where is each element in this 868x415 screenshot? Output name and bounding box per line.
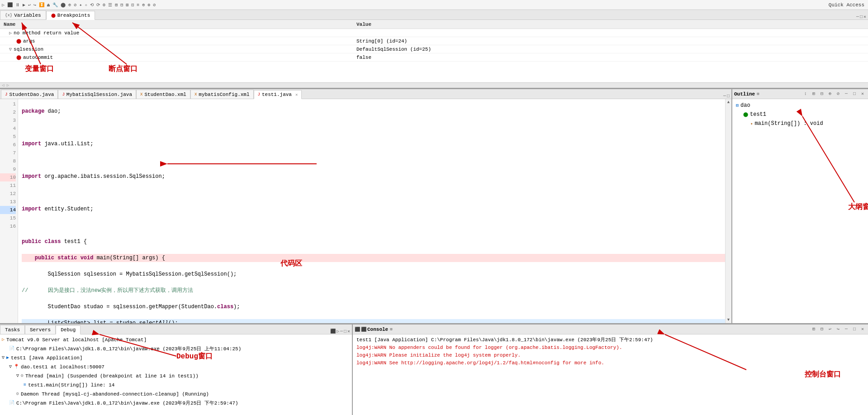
var-name-text: args [23,38,35,44]
debug-row-stack-frame[interactable]: ≡ test1.main(String[]) line: 14 [0,381,352,390]
line-num-1: 1 [0,100,16,108]
horizontal-scrollbar[interactable]: ◁ ▷ [0,82,868,88]
tab-label: MybatisSqlSession.java [66,92,132,97]
editor-minimize-icon[interactable]: ─ [723,94,726,99]
outline-btn-2[interactable]: ⊞ [810,91,817,98]
console-close[interactable]: ✕ [859,326,866,333]
tab-breakpoints[interactable]: ⬤ Breakpoints [46,11,95,20]
debug-row-tomcat[interactable]: ▷ Tomcat v9.0 Server at localhost [Apach… [0,335,352,344]
outline-toolbar: ↕ ⊞ ⊟ ⊕ ⊘ ─ □ ✕ [802,91,866,98]
debug-row-javaw-exe[interactable]: 📄 C:\Program Files\Java\jdk1.8.0_172\bin… [0,399,352,408]
debug-tab-bar: Tasks Servers Debug ⬛ ▷ ─ □ ✕ [0,324,352,334]
debug-row-dao-test1[interactable]: ▽ 📍 dao.test1 at localhost:50007 [0,363,352,372]
debug-row-label: test1 [Java Application] [11,354,82,362]
outline-title: Outline [734,91,755,97]
code-line-14: List<Student> list = studao.selectAll(); [22,319,725,323]
debug-content[interactable]: ▷ Tomcat v9.0 Server at localhost [Apach… [0,334,352,415]
editor-area: J StudentDao.java J MybatisSqlSession.ja… [0,89,868,324]
tab-studentdao-java[interactable]: J StudentDao.java [1,90,58,99]
xml-icon: X [194,92,197,97]
outline-content[interactable]: ⊞ dao ⬤ test1 ✦ main(String[]) : void [732,99,868,323]
java-icon: J [5,92,7,97]
outline-item-test1[interactable]: ⬤ test1 [734,110,866,119]
variables-breakpoints-panel: {x} Variables ⬤ Breakpoints ─ □ ✕ Name V… [0,10,868,89]
minimize-icon[interactable]: ─ [856,14,859,19]
outline-panel: Outline ⊞ ↕ ⊞ ⊟ ⊕ ⊘ ─ □ ✕ ⊞ dao [732,89,868,323]
close-tab-icon[interactable]: ✕ [295,92,298,97]
tab-variables[interactable]: {x} Variables [0,10,46,19]
debug-panel: Tasks Servers Debug ⬛ ▷ ─ □ ✕ ▷ [0,324,353,415]
console-btn-1[interactable]: ⊞ [810,326,817,333]
debug-row-daemon-thread[interactable]: ⚙ Daemon Thread [mysql-cj-abandoned-conn… [0,390,352,399]
bottom-area: Tasks Servers Debug ⬛ ▷ ─ □ ✕ ▷ [0,324,868,415]
console-btn-2[interactable]: ⊟ [818,326,825,333]
debug-maximize[interactable]: □ [344,329,346,334]
maximize-icon[interactable]: □ [860,14,863,19]
var-row-autocommit[interactable]: ⬤ autoCommit false [0,53,868,62]
variables-header: Name Value [0,20,868,29]
debug-toolbar-stop[interactable]: ⬛ [330,329,336,334]
editor-maximize-icon[interactable]: □ [727,94,730,99]
code-line-2 [22,124,725,132]
outline-maximize[interactable]: □ [851,91,858,98]
code-content[interactable]: package dao; import java.util.List; impo… [18,99,725,323]
debug-row-label: test1.main(String[]) line: 14 [28,381,114,389]
tab-debug[interactable]: Debug [56,325,81,334]
debug-row-label: Daemon Thread [mysql-cj-abandoned-connec… [21,390,209,398]
debug-close[interactable]: ✕ [347,329,350,334]
outline-btn-4[interactable]: ⊕ [826,91,834,98]
col-name-label: Name [0,22,353,27]
var-row-sqlsession[interactable]: ▽ sqlsession DefaultSqlSession (id=25) [0,45,868,53]
outline-btn-1[interactable]: ↕ [802,91,809,98]
code-line-12: // 因为是接口，没法new实例，所以用下述方式获取，调用方法 [22,286,725,295]
outline-method-icon: ✦ [750,121,753,126]
scroll-down-icon[interactable]: ▼ [727,318,730,322]
console-maximize[interactable]: □ [851,326,858,333]
java-icon: J [62,92,64,97]
debug-minimize[interactable]: ─ [340,329,343,334]
stop-icon2[interactable]: ⬛ [361,327,366,332]
var-row-no-method[interactable]: ▷ no method return value [0,29,868,37]
outline-item-main[interactable]: ✦ main(String[]) : void [734,119,866,128]
console-line-warn-2: log4j:WARN Please initialize the log4j s… [356,352,864,359]
debug-toolbar-btn[interactable]: ▷ [337,329,339,334]
code-area[interactable]: 1 2 3 4 5 6 7 8 9 10 11 12 13 14 15 16 [0,99,731,323]
scroll-up-icon[interactable]: ▲ [727,100,730,105]
outline-btn-5[interactable]: ⊘ [835,91,842,98]
console-btn-3[interactable]: ↩ [826,326,834,333]
variables-content[interactable]: ▷ no method return value ⬤ args String[0… [0,29,868,82]
console-content[interactable]: test1 [Java Application] C:\Program File… [353,334,868,415]
stop-icon[interactable]: ⬛ [355,327,360,332]
console-minimize[interactable]: ─ [843,326,850,333]
tab-tasks-label: Tasks [5,327,20,333]
tab-mybatisconfig-xml[interactable]: X mybatisConfig.xml [190,90,254,99]
tab-studentdao-xml[interactable]: X StudentDao.xml [136,90,190,99]
debug-row-test1-app[interactable]: ▽ ▶ test1 [Java Application] [0,353,352,363]
var-row-args[interactable]: ⬤ args String[0] (id=24) [0,37,868,45]
outline-item-dao[interactable]: ⊞ dao [734,101,866,110]
var-value-autocommit: false [353,55,868,60]
debug-row-label: C:\Program Files\Java\jdk1.8.0_172\bin\j… [16,345,241,353]
close-icon[interactable]: ✕ [863,14,866,19]
tab-servers[interactable]: Servers [25,325,56,334]
outline-header: Outline ⊞ ↕ ⊞ ⊟ ⊕ ⊘ ─ □ ✕ [732,89,868,99]
editor-panel: J StudentDao.java J MybatisSqlSession.ja… [0,89,732,323]
editor-scrollbar[interactable]: ▲ ▼ [725,99,731,323]
tab-test1-java[interactable]: J test1.java ✕ [254,90,302,99]
tab-label: mybatisConfig.xml [199,92,249,97]
outline-item-label: main(String[]) : void [754,120,823,127]
outline-close[interactable]: ✕ [859,91,866,98]
console-btn-4[interactable]: ↪ [835,326,842,333]
debug-row-tomcat-exe[interactable]: 📄 C:\Program Files\Java\jdk1.8.0_172\bin… [0,344,352,353]
line-num-7: 7 [0,149,16,157]
outline-item-label: test1 [750,111,766,118]
var-name-text: no method return value [14,30,79,36]
outline-btn-3[interactable]: ⊟ [818,91,825,98]
outline-minimize[interactable]: ─ [843,91,850,98]
tab-tasks[interactable]: Tasks [0,325,25,334]
tab-mybatissqlsession-java[interactable]: J MybatisSqlSession.java [58,90,136,99]
xml-icon: X [140,92,142,97]
line-num-6: 6 [0,141,16,149]
console-line-1: test1 [Java Application] C:\Program File… [356,336,864,344]
debug-row-thread-main[interactable]: ▽ ⚙ Thread [main] (Suspended (breakpoint… [0,372,352,381]
